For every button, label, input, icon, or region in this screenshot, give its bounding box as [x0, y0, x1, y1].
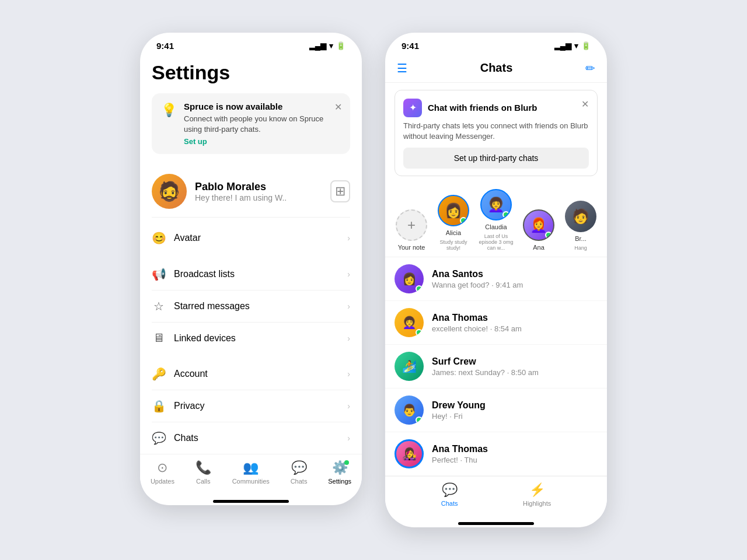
chat-info-ana-thomas-2: Ana Thomas Perfect! · Thu	[432, 444, 598, 464]
settings-phone: 9:41 ▂▄▆ ▾ 🔋 Settings 💡 Spruce is now av…	[140, 33, 362, 505]
chat-preview-drew-young: Hey! · Fri	[432, 412, 598, 421]
nav-item-updates[interactable]: ⊙ Updates	[151, 460, 174, 485]
signal-icon: ▂▄▆	[309, 41, 326, 50]
settings-nav-label: Settings	[328, 478, 351, 485]
banner-description: Connect with people you know on Spruce u…	[184, 114, 341, 135]
story-your-note[interactable]: + Your note	[395, 209, 428, 251]
chat-item-ana-santos[interactable]: 👩 Ana Santos Wanna get food? · 9:41 am	[385, 257, 607, 301]
story-ana[interactable]: 👩‍🦰 Ana	[522, 209, 556, 251]
qr-code-icon[interactable]: ⊞	[330, 180, 350, 202]
chats-nav-chats[interactable]: 💬 Chats	[441, 482, 458, 507]
story-br[interactable]: 🧑 Br... Hang	[564, 201, 598, 251]
updates-icon: ⊙	[157, 460, 167, 475]
menu-item-linked[interactable]: 🖥 Linked devices ›	[152, 323, 350, 354]
chat-avatar-ana-thomas-1: 👩‍🦱	[395, 308, 424, 337]
menu-item-avatar-left: 😊 Avatar	[152, 231, 201, 245]
menu-item-privacy[interactable]: 🔒 Privacy ›	[152, 390, 350, 422]
story-claudia-label: Claudia	[485, 223, 507, 230]
story-ana-online	[545, 232, 552, 239]
ana-thomas-1-online-dot	[416, 329, 423, 336]
avatar-label: Avatar	[174, 233, 201, 243]
profile-avatar: 🧔	[152, 174, 187, 209]
menu-item-linked-left: 🖥 Linked devices	[152, 331, 236, 345]
nav-item-chats-tab[interactable]: 💬 Chats	[291, 460, 308, 485]
nav-item-settings[interactable]: ⚙️ Settings	[328, 460, 351, 485]
menu-item-chats-left: 💬 Chats	[152, 431, 198, 445]
third-party-title: Chat with friends on Blurb	[428, 103, 537, 113]
chat-preview-surf-crew: James: next Sunday? · 8:50 am	[432, 368, 598, 377]
account-label: Account	[174, 369, 208, 379]
chats-nav-highlights-label: Highlights	[523, 500, 551, 507]
chat-avatar-surf-crew: 🏄	[395, 352, 424, 381]
broadcast-icon: 📢	[152, 267, 166, 281]
chat-avatar-drew-young: 👨	[395, 396, 424, 425]
banner-close-icon[interactable]: ✕	[334, 102, 342, 113]
chats-bottom-nav: 💬 Chats ⚡ Highlights	[385, 476, 607, 519]
setup-third-party-button[interactable]: Set up third-party chats	[403, 148, 589, 169]
nav-item-calls[interactable]: 📞 Calls	[196, 460, 211, 485]
chats-signal-icon: ▂▄▆	[554, 41, 571, 50]
blurb-icon: ✦	[403, 99, 422, 117]
chats-time: 9:41	[402, 41, 419, 51]
ana-thomas-2-avatar-icon: 👩‍🎤	[396, 441, 422, 467]
linked-chevron-icon: ›	[347, 334, 350, 343]
chat-item-ana-thomas-2[interactable]: 👩‍🎤 Ana Thomas Perfect! · Thu	[385, 432, 607, 476]
menu-divider-2	[152, 354, 350, 358]
banner-setup-link[interactable]: Set up	[184, 137, 341, 146]
privacy-icon: 🔒	[152, 399, 166, 413]
stories-row: + Your note 👩 Alicia Study study study! …	[385, 183, 607, 257]
third-party-description: Third-party chats lets you connect with …	[403, 121, 589, 142]
story-br-sublabel: Hang	[574, 245, 587, 251]
chat-preview-ana-thomas-2: Perfect! · Thu	[432, 456, 598, 464]
story-alicia-label: Alicia	[446, 229, 461, 236]
chat-name-ana-thomas-1: Ana Thomas	[432, 313, 598, 323]
third-party-close-icon[interactable]: ✕	[581, 99, 589, 110]
chats-header: ☰ Chats ✏	[385, 55, 607, 83]
chats-nav-highlights[interactable]: ⚡ Highlights	[523, 482, 551, 507]
chat-name-ana-santos: Ana Santos	[432, 269, 598, 279]
settings-time: 9:41	[156, 41, 174, 51]
chats-battery-icon: 🔋	[581, 41, 591, 50]
avatar-icon: 😊	[152, 231, 166, 245]
chats-nav-highlights-icon: ⚡	[529, 482, 545, 498]
linked-icon: 🖥	[152, 331, 166, 345]
menu-item-chats[interactable]: 💬 Chats ›	[152, 422, 350, 454]
avatar-chevron-icon: ›	[347, 233, 350, 243]
privacy-label: Privacy	[174, 401, 204, 411]
menu-item-starred[interactable]: ☆ Starred messages ›	[152, 290, 350, 323]
chat-name-surf-crew: Surf Crew	[432, 356, 598, 367]
story-your-note-label: Your note	[398, 244, 425, 251]
chats-nav-chats-icon: 💬	[442, 482, 458, 498]
menu-item-avatar[interactable]: 😊 Avatar ›	[152, 222, 350, 254]
chat-name-drew-young: Drew Young	[432, 400, 598, 411]
chat-item-drew-young[interactable]: 👨 Drew Young Hey! · Fri	[385, 388, 607, 432]
story-claudia[interactable]: 👩‍🦱 Claudia Last of Us episode 3 omg can…	[479, 189, 514, 251]
chat-info-surf-crew: Surf Crew James: next Sunday? · 8:50 am	[432, 356, 598, 377]
nav-item-communities[interactable]: 👥 Communities	[232, 460, 270, 485]
settings-dot	[344, 460, 349, 465]
chat-preview-ana-thomas-1: excellent choice! · 8:54 am	[432, 324, 598, 333]
story-alicia[interactable]: 👩 Alicia Study study study!	[437, 195, 470, 251]
compose-icon[interactable]: ✏	[585, 61, 595, 75]
story-alicia-sublabel: Study study study!	[437, 239, 470, 251]
menu-item-broadcast[interactable]: 📢 Broadcast lists ›	[152, 258, 350, 290]
chat-item-ana-thomas-1[interactable]: 👩‍🦱 Ana Thomas excellent choice! · 8:54 …	[385, 301, 607, 345]
banner-text: Spruce is now available Connect with peo…	[184, 102, 341, 146]
profile-name: Pablo Morales	[195, 181, 287, 193]
chat-preview-ana-santos: Wanna get food? · 9:41 am	[432, 281, 598, 289]
communities-icon: 👥	[243, 460, 259, 475]
chats-wifi-icon: ▾	[574, 41, 578, 50]
chats-tab-label: Chats	[291, 478, 308, 485]
settings-home-indicator	[213, 500, 289, 503]
menu-section-3: 🔑 Account › 🔒 Privacy › 💬 Chats	[152, 358, 350, 454]
settings-status-bar: 9:41 ▂▄▆ ▾ 🔋	[140, 33, 362, 55]
menu-item-account-left: 🔑 Account	[152, 367, 208, 381]
profile-section[interactable]: 🧔 Pablo Morales Hey there! I am using W.…	[152, 166, 350, 218]
hamburger-menu-icon[interactable]: ☰	[397, 61, 407, 75]
chat-item-surf-crew[interactable]: 🏄 Surf Crew James: next Sunday? · 8:50 a…	[385, 345, 607, 388]
chats-setting-label: Chats	[174, 433, 198, 443]
menu-item-account[interactable]: 🔑 Account ›	[152, 358, 350, 390]
chats-setting-icon: 💬	[152, 431, 166, 445]
broadcast-chevron-icon: ›	[347, 270, 350, 279]
third-party-header: ✦ Chat with friends on Blurb	[403, 99, 589, 117]
